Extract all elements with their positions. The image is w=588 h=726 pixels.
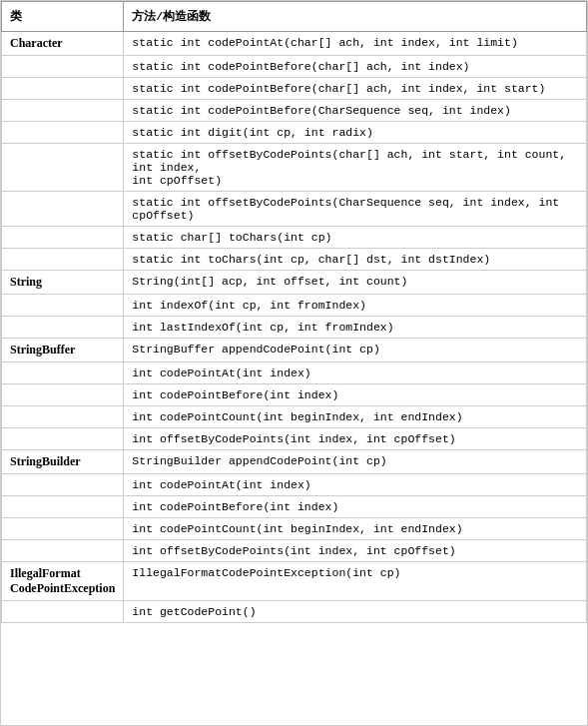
- class-cell: [2, 100, 124, 122]
- header-method: 方法/构造函数: [124, 2, 587, 32]
- class-cell: [2, 227, 124, 249]
- table-row: IllegalFormatCodePointExceptionIllegalFo…: [2, 562, 587, 601]
- class-cell: [2, 249, 124, 271]
- table-row: int codePointCount(int beginIndex, int e…: [2, 518, 587, 540]
- method-cell: int lastIndexOf(int cp, int fromIndex): [124, 317, 587, 339]
- method-cell: StringBuffer appendCodePoint(int cp): [124, 339, 587, 363]
- table-row: Characterstatic int codePointAt(char[] a…: [2, 32, 587, 56]
- class-cell: [2, 428, 124, 450]
- method-cell: IllegalFormatCodePointException(int cp): [124, 562, 587, 601]
- table-row: int codePointBefore(int index): [2, 496, 587, 518]
- table-row: static int codePointBefore(char[] ach, i…: [2, 56, 587, 78]
- class-cell: [2, 518, 124, 540]
- table-row: int codePointCount(int beginIndex, int e…: [2, 406, 587, 428]
- method-cell: int codePointBefore(int index): [124, 496, 587, 518]
- table-row: int codePointAt(int index): [2, 363, 587, 384]
- method-cell: int codePointCount(int beginIndex, int e…: [124, 406, 587, 428]
- table-row: int lastIndexOf(int cp, int fromIndex): [2, 317, 587, 339]
- class-cell: [2, 295, 124, 317]
- class-cell: [2, 540, 124, 562]
- table-row: StringBufferStringBuffer appendCodePoint…: [2, 339, 587, 363]
- table-row: int offsetByCodePoints(int index, int cp…: [2, 540, 587, 562]
- table-row: static int toChars(int cp, char[] dst, i…: [2, 249, 587, 271]
- method-cell: static int codePointAt(char[] ach, int i…: [124, 32, 587, 56]
- class-cell: [2, 56, 124, 78]
- table-row: int getCodePoint(): [2, 601, 587, 623]
- method-cell: static char[] toChars(int cp): [124, 227, 587, 249]
- method-cell: int indexOf(int cp, int fromIndex): [124, 295, 587, 317]
- class-cell: StringBuffer: [2, 339, 124, 363]
- method-cell: static int toChars(int cp, char[] dst, i…: [124, 249, 587, 271]
- method-cell: int codePointCount(int beginIndex, int e…: [124, 518, 587, 540]
- class-cell: [2, 144, 124, 192]
- main-container: 类 方法/构造函数 Characterstatic int codePointA…: [0, 0, 588, 726]
- class-cell: [2, 363, 124, 384]
- method-cell: static int offsetByCodePoints(CharSequen…: [124, 192, 587, 227]
- method-cell: static int codePointBefore(char[] ach, i…: [124, 78, 587, 100]
- table-row: static int codePointBefore(CharSequence …: [2, 100, 587, 122]
- method-cell: static int digit(int cp, int radix): [124, 122, 587, 144]
- class-cell: Character: [2, 32, 124, 56]
- class-cell: StringBuilder: [2, 450, 124, 474]
- table-row: int offsetByCodePoints(int index, int cp…: [2, 428, 587, 450]
- table-row: int indexOf(int cp, int fromIndex): [2, 295, 587, 317]
- method-cell: static int codePointBefore(CharSequence …: [124, 100, 587, 122]
- class-cell: [2, 406, 124, 428]
- method-cell: int codePointAt(int index): [124, 474, 587, 496]
- method-cell: static int codePointBefore(char[] ach, i…: [124, 56, 587, 78]
- table-row: static int codePointBefore(char[] ach, i…: [2, 78, 587, 100]
- table-row: int codePointBefore(int index): [2, 384, 587, 406]
- method-cell: int codePointAt(int index): [124, 363, 587, 384]
- method-cell: StringBuilder appendCodePoint(int cp): [124, 450, 587, 474]
- class-cell: [2, 496, 124, 518]
- method-cell: static int offsetByCodePoints(char[] ach…: [124, 144, 587, 192]
- class-cell: [2, 192, 124, 227]
- method-cell: int codePointBefore(int index): [124, 384, 587, 406]
- class-cell: [2, 78, 124, 100]
- method-cell: int getCodePoint(): [124, 601, 587, 623]
- table-row: static int offsetByCodePoints(CharSequen…: [2, 192, 587, 227]
- class-cell: [2, 122, 124, 144]
- class-cell: [2, 474, 124, 496]
- table-row: int codePointAt(int index): [2, 474, 587, 496]
- class-cell: [2, 601, 124, 623]
- table-row: static int offsetByCodePoints(char[] ach…: [2, 144, 587, 192]
- method-cell: String(int[] acp, int offset, int count): [124, 271, 587, 295]
- table-row: StringBuilderStringBuilder appendCodePoi…: [2, 450, 587, 474]
- api-table: 类 方法/构造函数 Characterstatic int codePointA…: [1, 1, 587, 623]
- class-cell: String: [2, 271, 124, 295]
- class-cell: [2, 384, 124, 406]
- header-class: 类: [2, 2, 124, 32]
- table-row: static char[] toChars(int cp): [2, 227, 587, 249]
- table-row: static int digit(int cp, int radix): [2, 122, 587, 144]
- table-row: StringString(int[] acp, int offset, int …: [2, 271, 587, 295]
- method-cell: int offsetByCodePoints(int index, int cp…: [124, 540, 587, 562]
- class-cell: IllegalFormatCodePointException: [2, 562, 124, 601]
- class-cell: [2, 317, 124, 339]
- method-cell: int offsetByCodePoints(int index, int cp…: [124, 428, 587, 450]
